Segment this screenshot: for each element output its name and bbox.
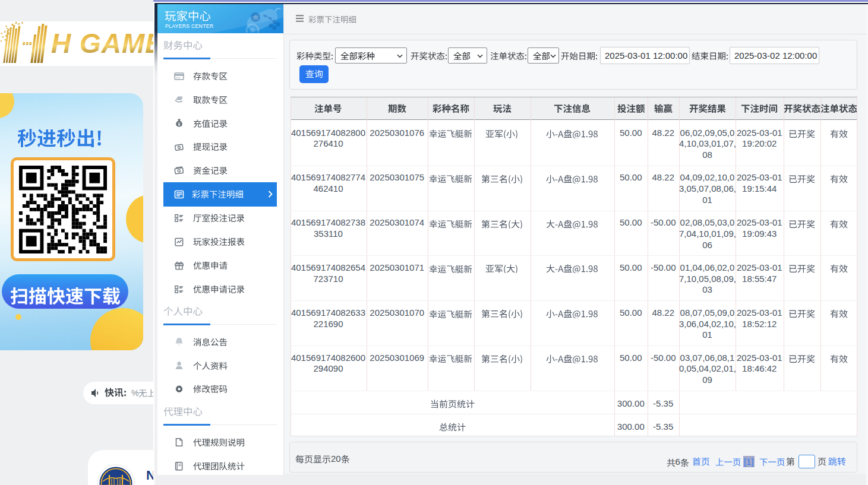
svg-text:H GAME: H GAME (51, 28, 153, 59)
